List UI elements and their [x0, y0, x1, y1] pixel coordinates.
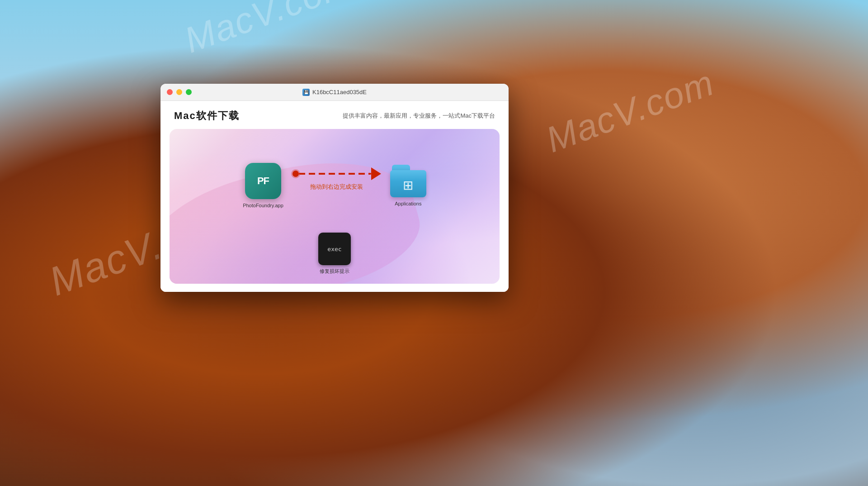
applications-container: ⊞ Applications — [390, 165, 426, 206]
dmg-install-area: PF PhotoFoundry.app 拖动到右边完成安装 — [170, 129, 500, 284]
minimize-button[interactable] — [176, 89, 182, 95]
exec-text: exec — [327, 246, 341, 253]
install-instruction: 拖动到右边完成安装 — [310, 183, 363, 191]
installer-window: 💾 K16bcC11aed035dE Mac软件下载 提供丰富内容，最新应用，专… — [160, 84, 509, 292]
dmg-main-row: PF PhotoFoundry.app 拖动到右边完成安装 — [170, 129, 500, 233]
exec-container: exec 修复损坏提示 — [318, 233, 351, 275]
exec-label: 修复损坏提示 — [320, 268, 349, 275]
dashed-line — [299, 173, 371, 175]
arrow-head — [371, 167, 381, 180]
app-icon-inner: PF — [245, 163, 281, 199]
window-content: Mac软件下载 提供丰富内容，最新应用，专业服务，一站式Mac下载平台 PF — [160, 101, 509, 292]
applications-folder-icon[interactable]: ⊞ — [390, 165, 426, 197]
window-controls — [167, 89, 192, 95]
dashed-arrow — [292, 167, 381, 180]
dmg-content: PF PhotoFoundry.app 拖动到右边完成安装 — [170, 129, 500, 284]
folder-body: ⊞ — [390, 170, 426, 197]
site-title: Mac软件下载 — [174, 109, 240, 123]
install-arrow-area: 拖动到右边完成安装 — [292, 167, 381, 191]
window-titlebar: 💾 K16bcC11aed035dE — [160, 84, 509, 101]
app-icon[interactable]: PF — [245, 163, 281, 199]
maximize-button[interactable] — [186, 89, 192, 95]
app-name-label: PhotoFoundry.app — [243, 203, 283, 208]
window-title-text: K16bcC11aed035dE — [312, 89, 367, 95]
applications-label: Applications — [395, 201, 421, 206]
site-subtitle: 提供丰富内容，最新应用，专业服务，一站式Mac下载平台 — [343, 112, 495, 120]
folder-app-symbol: ⊞ — [403, 178, 413, 193]
close-button[interactable] — [167, 89, 173, 95]
app-initials: PF — [257, 175, 269, 187]
window-header: Mac软件下载 提供丰富内容，最新应用，专业服务，一站式Mac下载平台 — [160, 101, 509, 129]
exec-icon[interactable]: exec — [318, 233, 351, 265]
window-title-icon: 💾 — [302, 89, 310, 96]
app-icon-container: PF PhotoFoundry.app — [243, 163, 283, 208]
dmg-bottom-section: exec 修复损坏提示 — [170, 233, 500, 284]
red-dot — [292, 171, 299, 177]
window-title-area: 💾 K16bcC11aed035dE — [302, 89, 367, 96]
